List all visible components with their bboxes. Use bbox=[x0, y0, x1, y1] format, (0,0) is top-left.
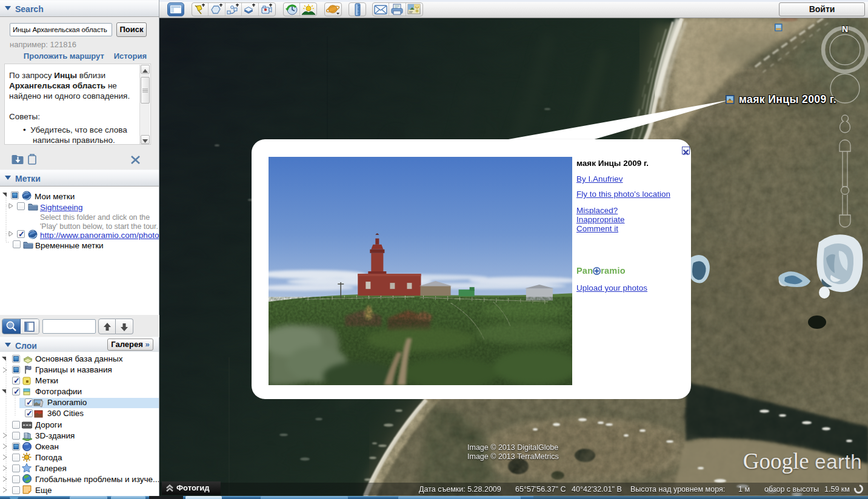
svg-text:N: N bbox=[842, 24, 848, 34]
